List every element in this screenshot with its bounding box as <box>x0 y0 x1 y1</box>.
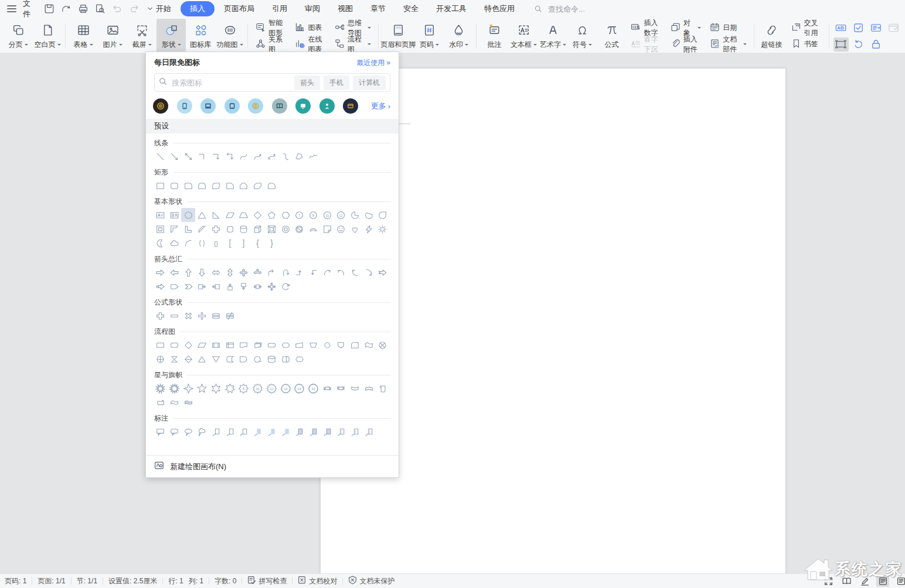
shape-snip-same-side[interactable] <box>237 179 251 193</box>
shape-pentagon-arrow[interactable] <box>168 279 182 293</box>
status-column-number[interactable]: 列: 1 <box>189 576 203 586</box>
redo-icon[interactable] <box>128 3 140 15</box>
shape-extract[interactable] <box>195 352 209 366</box>
shape-or[interactable] <box>154 352 168 366</box>
shape-scribble[interactable] <box>307 149 321 163</box>
shape-rounded-rect[interactable] <box>168 179 182 193</box>
shape-rect-callout[interactable] <box>154 425 168 439</box>
shape-octagon[interactable]: 8 <box>307 208 321 222</box>
shape-chevron[interactable] <box>181 279 195 293</box>
shape-not-equal[interactable] <box>223 309 237 323</box>
shape-decision[interactable] <box>181 338 195 352</box>
shape-half-frame[interactable] <box>168 222 182 236</box>
more-icons-link[interactable]: 更多› <box>371 101 390 111</box>
print-layout-button[interactable] <box>876 575 889 587</box>
shape-alternate-process[interactable] <box>168 338 182 352</box>
featured-icon-person[interactable] <box>319 98 335 114</box>
print-preview-icon[interactable] <box>94 3 106 15</box>
cross-reference-button[interactable]: 交叉引用 <box>789 20 824 35</box>
shape-magnetic-disk[interactable] <box>265 352 279 366</box>
shape-curved-ribbon-up[interactable] <box>362 381 376 395</box>
shape-folded-corner[interactable] <box>320 222 334 236</box>
menu-icon[interactable] <box>6 3 18 15</box>
shape-line-callout-3[interactable] <box>237 425 251 439</box>
featured-icon-tablet[interactable] <box>224 98 240 114</box>
shape-plus[interactable] <box>154 309 168 323</box>
shape-star-5[interactable] <box>195 381 209 395</box>
shape-heart[interactable] <box>348 222 362 236</box>
shape-arrow-left-up[interactable] <box>307 265 321 279</box>
shape-frame[interactable] <box>154 222 168 236</box>
shape-moon[interactable] <box>154 236 168 250</box>
function-chart-button[interactable]: 功能图 <box>215 19 244 53</box>
tab-page-layout[interactable]: 页面布局 <box>216 1 263 16</box>
form-combo-button[interactable] <box>869 21 884 35</box>
shape-line-arrow[interactable] <box>168 149 182 163</box>
picture-button[interactable]: 图片 <box>98 19 127 53</box>
icon-search-input[interactable] <box>171 78 291 88</box>
shape-line-callout-3-bar[interactable] <box>362 425 376 439</box>
tab-section[interactable]: 章节 <box>362 1 394 16</box>
shape-arrow-down[interactable] <box>195 265 209 279</box>
recently-used-link[interactable]: 最近使用» <box>356 58 390 68</box>
shape-curved-ribbon-down[interactable] <box>348 381 362 395</box>
shape-no-symbol[interactable] <box>292 222 307 236</box>
online-chart-button[interactable]: 在线图表 <box>292 37 327 52</box>
featured-icon-laptop[interactable] <box>200 98 216 114</box>
fullscreen-button[interactable] <box>822 575 835 587</box>
shape-sequential-access-storage[interactable] <box>251 352 265 366</box>
write-mode-button[interactable] <box>858 575 871 587</box>
shape-wave[interactable] <box>168 395 182 409</box>
shape-right-triangle[interactable] <box>209 208 223 222</box>
shape-line[interactable] <box>154 149 168 163</box>
shape-line-callout-3-border[interactable] <box>320 425 334 439</box>
shape-star-16[interactable]: 16 <box>278 381 292 395</box>
shape-bevel[interactable] <box>265 222 279 236</box>
shape-arrow-left-right[interactable] <box>209 265 223 279</box>
shape-cross[interactable] <box>209 222 223 236</box>
shape-round-same-side[interactable] <box>195 179 209 193</box>
doc-parts-button[interactable]: 文档部件 <box>707 37 748 52</box>
word-art-button[interactable]: 艺术字 <box>538 19 567 53</box>
shape-manual-operation[interactable] <box>307 338 321 352</box>
new-drawing-canvas-item[interactable]: 新建绘图画布(N) <box>146 455 399 477</box>
shape-multiply[interactable] <box>181 309 195 323</box>
shape-connector[interactable] <box>320 338 334 352</box>
search-tag-2[interactable]: 计算机 <box>353 76 386 90</box>
find-command-box[interactable] <box>532 3 602 15</box>
shape-sort[interactable] <box>181 352 195 366</box>
shape-star-10[interactable]: 10 <box>251 381 265 395</box>
form-text-field-button[interactable] <box>833 21 849 35</box>
featured-icon-card[interactable] <box>343 98 358 114</box>
featured-icon-globe[interactable] <box>248 98 263 114</box>
table-button[interactable]: 表格 <box>69 19 98 53</box>
shape-left-bracket[interactable]: [ <box>223 236 237 250</box>
shape-summing-junction[interactable] <box>376 338 390 352</box>
text-box-button[interactable]: 文本框 <box>509 19 538 53</box>
shape-process[interactable] <box>154 338 168 352</box>
shape-left-arrow-callout[interactable] <box>209 279 223 293</box>
status-row-number[interactable]: 行: 1 <box>168 576 183 586</box>
watermark-button[interactable]: 水印 <box>444 19 473 53</box>
shape-plaque[interactable] <box>223 222 237 236</box>
featured-icon-screen[interactable] <box>295 98 311 114</box>
shape-dodecagon[interactable]: 12 <box>334 208 348 222</box>
shape-cloud-callout[interactable] <box>195 425 209 439</box>
form-reset-button[interactable] <box>851 37 866 52</box>
hyperlink-button[interactable]: 超链接 <box>757 19 787 53</box>
save-icon[interactable] <box>43 3 55 15</box>
status-setting-value[interactable]: 设置值: 2.5厘米 <box>108 576 157 586</box>
shape-line-callout-2[interactable] <box>223 425 237 439</box>
shape-minus[interactable] <box>168 309 182 323</box>
icon-library-button[interactable]: 图标库 <box>186 19 215 53</box>
tab-view[interactable]: 视图 <box>329 1 361 16</box>
shape-freeform[interactable] <box>292 149 307 163</box>
shape-divide[interactable] <box>195 309 209 323</box>
insert-number-button[interactable]: 插入数字 <box>628 20 663 35</box>
read-mode-button[interactable] <box>840 575 853 587</box>
object-button[interactable]: 对象 <box>668 20 703 35</box>
status-doc-protect[interactable]: 文档未保护 <box>348 576 394 586</box>
tab-insert[interactable]: 插入 <box>181 1 215 16</box>
shape-arrow-bent[interactable] <box>265 265 279 279</box>
shape-elbow-double-arrow[interactable] <box>223 149 237 163</box>
